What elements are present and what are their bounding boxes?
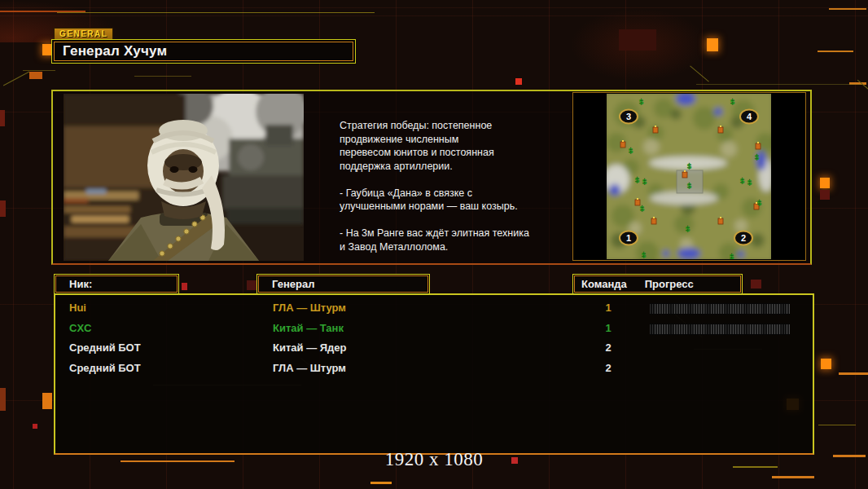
supply-icon: $: [642, 178, 647, 186]
players-table: Hui ГЛА — Штурм 1 CXC Китай — Танк 1 Сре…: [54, 293, 814, 455]
table-row: Средний БОТ Китай — Ядер 2: [55, 338, 813, 359]
supply-icon: $: [640, 205, 644, 213]
player-team: 1: [598, 322, 619, 334]
circuit-trace: [857, 80, 868, 94]
resolution-label: 1920 x 1080: [0, 449, 868, 470]
table-row: CXC Китай — Танк 1: [55, 319, 813, 339]
supply-icon: $: [686, 225, 690, 233]
table-row: Hui ГЛА — Штурм 1: [55, 298, 813, 319]
player-nick: Средний БОТ: [69, 341, 141, 354]
circuit-line: [0, 11, 85, 12]
led-square: [29, 72, 42, 79]
general-header-label: Генерал: [257, 278, 314, 290]
led-square: [0, 200, 6, 217]
strategy-briefing-text: Стратегия победы: постепенное продвижени…: [340, 119, 564, 253]
led-square: [0, 388, 6, 411]
circuit-line: [839, 372, 868, 375]
led-reflection: [820, 190, 830, 200]
start-position-2: 2: [741, 233, 746, 243]
player-team: 1: [598, 302, 619, 314]
briefing-panel: Стратегия победы: постепенное продвижени…: [51, 90, 812, 265]
progress-header-label: Прогресс: [645, 278, 694, 290]
circuit-line: [57, 12, 375, 13]
nick-header-label: Ник:: [55, 278, 92, 290]
supply-icon: $: [755, 153, 759, 161]
circuit-trace: [690, 65, 709, 82]
led-square: [821, 359, 831, 369]
general-badge: GENERAL: [54, 28, 113, 40]
column-header-general: Генерал: [256, 274, 430, 294]
led-square: [707, 38, 718, 51]
led-square: [619, 29, 656, 51]
general-name: Генерал Хучум: [52, 43, 167, 59]
supply-icon: $: [639, 98, 643, 106]
led-square: [182, 283, 187, 290]
circuit-line: [818, 51, 853, 52]
led-square: [515, 78, 522, 85]
circuit-trace: [23, 70, 55, 71]
player-team: 2: [598, 341, 619, 354]
supply-icon: $: [757, 199, 761, 207]
circuit-trace: [3, 72, 29, 86]
circuit-trace: [696, 84, 863, 85]
start-position-3: 3: [626, 112, 631, 121]
led-square: [33, 424, 37, 429]
supply-icon: $: [635, 176, 639, 184]
player-general: Китай — Танк: [273, 322, 344, 334]
supply-icon: $: [687, 182, 691, 190]
player-nick: Средний БОТ: [69, 362, 141, 374]
circuit-line: [370, 482, 392, 484]
portrait-image: [64, 94, 304, 261]
circuit-line: [829, 8, 866, 10]
player-general: ГЛА — Штурм: [273, 362, 346, 374]
player-general: Китай — Ядер: [273, 341, 347, 354]
column-header-nick: Ник:: [54, 274, 179, 294]
start-position-1: 1: [626, 233, 631, 243]
general-name-box: Генерал Хучум: [51, 39, 356, 64]
circuit-line: [772, 476, 814, 478]
supply-icon: $: [730, 98, 734, 106]
start-position-4: 4: [747, 112, 752, 121]
team-header-label: Команда: [573, 278, 627, 290]
led-square: [751, 280, 761, 289]
led-square: [42, 393, 52, 409]
supply-icon: $: [730, 253, 734, 259]
loading-progress-bar: [650, 303, 790, 315]
general-portrait: [64, 94, 304, 261]
column-header-team-progress: Команда Прогресс: [572, 274, 743, 294]
supply-icon: $: [629, 147, 633, 155]
supply-icon: $: [642, 251, 646, 259]
player-team: 2: [598, 362, 619, 374]
supply-icon: $: [740, 177, 744, 185]
map-preview: $ $ $ $ $ $ $ $ $ $ $ $ $ $ $ 3 4 1: [607, 94, 771, 259]
supply-icon: $: [747, 178, 752, 187]
player-general: ГЛА — Штурм: [273, 302, 346, 314]
map-preview-panel: $ $ $ $ $ $ $ $ $ $ $ $ $ $ $ 3 4 1: [572, 92, 806, 261]
circuit-line: [849, 82, 866, 85]
circuit-trace: [134, 76, 191, 77]
player-nick: CXC: [69, 322, 91, 334]
led-square: [0, 110, 5, 126]
table-row: Средний БОТ ГЛА — Штурм 2: [55, 359, 813, 379]
top-glow: [570, 8, 708, 82]
circuit-line: [818, 425, 856, 425]
supply-icon: $: [687, 162, 691, 170]
loading-progress-bar: [650, 324, 790, 335]
player-nick: Hui: [69, 302, 86, 314]
led-square: [820, 178, 830, 188]
